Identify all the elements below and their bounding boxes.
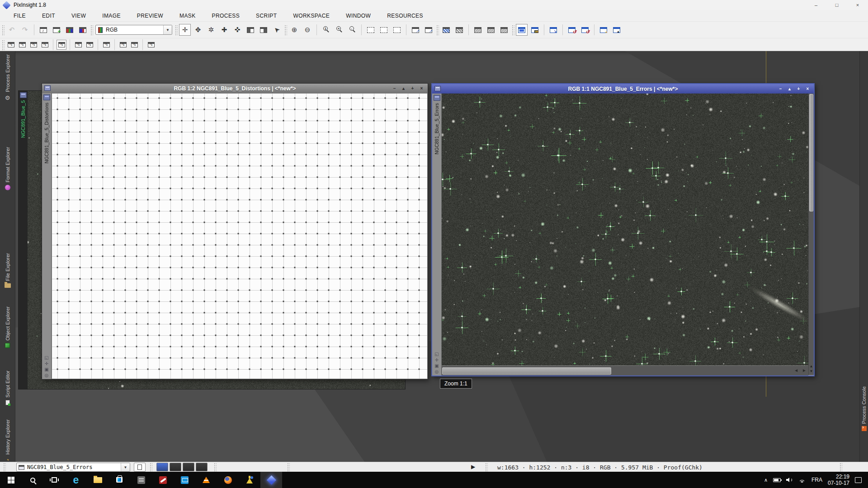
menu-item-workspace[interactable]: WORKSPACE xyxy=(285,13,338,19)
package-taskbar-button[interactable] xyxy=(130,472,152,488)
wipe-left-button[interactable] xyxy=(245,24,256,36)
new-image-button[interactable] xyxy=(51,24,62,36)
red-app-taskbar-button[interactable] xyxy=(152,472,174,488)
maximize-button[interactable]: + xyxy=(410,86,415,91)
window-tool-1[interactable] xyxy=(6,40,16,50)
menu-item-resources[interactable]: RESOURCES xyxy=(379,13,431,19)
lut-24bit-button[interactable] xyxy=(529,24,541,36)
show-mask-button[interactable] xyxy=(453,24,465,36)
play-icon[interactable]: ▶ xyxy=(471,464,475,470)
selection-icon[interactable]: ◱ xyxy=(44,355,48,360)
window-tool-8[interactable] xyxy=(101,40,111,50)
wipe-right-button[interactable] xyxy=(258,24,269,36)
pan-mode-button[interactable]: ✚ xyxy=(218,24,230,36)
undo-button[interactable]: ↶ xyxy=(6,24,18,36)
vertical-scrollbar-thumb[interactable] xyxy=(809,94,813,211)
fit-view-button[interactable]: - xyxy=(346,24,358,36)
scroll-up-icon[interactable]: ▲ xyxy=(810,364,813,369)
zoom-in-button[interactable]: ⊕ xyxy=(288,24,300,36)
window-tool-10[interactable] xyxy=(129,40,139,50)
channel-selector[interactable]: RGB▼ xyxy=(95,25,172,35)
menu-item-script[interactable]: SCRIPT xyxy=(248,13,285,19)
firefox-taskbar-button[interactable] xyxy=(217,472,239,488)
menu-item-image[interactable]: IMAGE xyxy=(94,13,129,19)
edit-stf-button[interactable] xyxy=(547,24,559,36)
sidebar-item-history-explorer[interactable]: History Explorer◔ xyxy=(0,419,15,463)
iconize-button[interactable]: – xyxy=(778,86,783,91)
image-window-side-tab[interactable]: NGC891_Blue_5_Distortions ◱✛▣◎ xyxy=(42,93,52,379)
select-mode-button[interactable]: ➤ xyxy=(269,22,285,38)
task-view-taskbar-button[interactable] xyxy=(43,472,65,488)
image-window-icon[interactable] xyxy=(434,95,440,101)
rgb-image-button[interactable] xyxy=(64,24,75,36)
store-taskbar-button[interactable] xyxy=(108,472,130,488)
reset-stf-button[interactable] xyxy=(566,24,578,36)
redo-button[interactable]: ↷ xyxy=(19,24,31,36)
image-window-errors[interactable]: RGB 1:1 NGC891_Blue_5_Errors | <*new*> –… xyxy=(431,83,815,376)
layout-icon[interactable]: ▣ xyxy=(434,363,439,368)
sidebar-item-process-explorer[interactable]: Process Explorer⚙ xyxy=(0,54,15,101)
dropdown-arrow-icon[interactable]: ▼ xyxy=(121,463,130,471)
volume-icon[interactable] xyxy=(786,477,793,483)
close-button[interactable]: × xyxy=(805,86,811,91)
clock[interactable]: 22:19 07-10-17 xyxy=(828,474,849,486)
horizontal-scrollbar[interactable]: ◄ ► xyxy=(442,366,808,375)
auto-stf-button[interactable] xyxy=(579,24,591,36)
horizontal-scrollbar-thumb[interactable] xyxy=(442,367,611,375)
readout-swatch[interactable] xyxy=(196,463,208,471)
sidebar-item-file-explorer[interactable]: File Explorer xyxy=(0,253,15,288)
scroll-down-icon[interactable]: ▼ xyxy=(810,369,813,374)
maximize-button[interactable]: □ xyxy=(826,0,847,10)
window-tool-2[interactable] xyxy=(17,40,27,50)
menu-item-file[interactable]: FILE xyxy=(5,13,34,19)
readout-mode-button[interactable]: ✛ xyxy=(179,24,191,36)
enable-mask-button[interactable] xyxy=(472,24,484,36)
pixinsight-taskbar-button[interactable] xyxy=(260,472,282,488)
enable-stf-button[interactable] xyxy=(516,24,528,36)
sidebar-item-process-console[interactable]: Process Console xyxy=(860,386,868,431)
window-tool-4[interactable] xyxy=(40,40,50,50)
edit-preview-button[interactable] xyxy=(378,24,390,36)
action-center-icon[interactable] xyxy=(855,477,862,483)
image-window-icon[interactable] xyxy=(43,94,50,100)
layout-icon[interactable]: ▣ xyxy=(44,367,48,372)
menu-item-process[interactable]: PROCESS xyxy=(204,13,248,19)
tray-chevron-icon[interactable]: ∧ xyxy=(764,477,768,483)
invert-mask-button[interactable] xyxy=(485,24,497,36)
window-titlebar[interactable]: RGB 1:1 NGC891_Blue_5_Errors | <*new*> –… xyxy=(432,84,814,94)
screen-renderer-button[interactable] xyxy=(598,24,609,36)
monitor-app-taskbar-button[interactable] xyxy=(174,472,195,488)
battery-icon[interactable] xyxy=(773,478,781,482)
search-taskbar-button[interactable] xyxy=(22,472,43,488)
reset-preview-button[interactable] xyxy=(423,24,434,36)
maximize-button[interactable]: + xyxy=(796,86,802,91)
vertical-scrollbar[interactable]: ▲ ▼ xyxy=(808,94,814,375)
edit-identifier-button[interactable] xyxy=(38,24,49,36)
delete-preview-button[interactable] xyxy=(391,24,403,36)
window-tool-9[interactable] xyxy=(118,40,128,50)
crosshair-icon[interactable]: ✛ xyxy=(45,361,48,366)
sidebar-item-format-explorer[interactable]: Format Explorer xyxy=(0,147,15,190)
view-selector[interactable]: NGC891_Blue_5_Errors ▼ xyxy=(16,463,130,472)
readout-swatch[interactable] xyxy=(183,463,194,471)
vlc-taskbar-button[interactable] xyxy=(195,472,217,488)
scroll-right-icon[interactable]: ► xyxy=(802,368,807,373)
window-tool-6[interactable] xyxy=(73,40,83,50)
readout-swatch-active[interactable] xyxy=(156,463,168,471)
crosshair-icon[interactable]: ✛ xyxy=(435,357,439,362)
image-window-distortions[interactable]: RGB 1:2 NGC891_Blue_5_Distortions | <*ne… xyxy=(42,83,428,380)
iconize-button[interactable]: – xyxy=(392,86,397,91)
wifi-icon[interactable] xyxy=(798,477,806,483)
sidebar-item-object-explorer[interactable]: Object Explorer xyxy=(0,306,15,348)
menu-item-mask[interactable]: MASK xyxy=(171,13,204,19)
dropdown-arrow-icon[interactable]: ▼ xyxy=(163,25,172,34)
modify-preview-button[interactable] xyxy=(410,24,421,36)
selection-icon[interactable]: ◱ xyxy=(434,352,439,357)
remove-mask-button[interactable] xyxy=(498,24,510,36)
zoom-to-fit-button[interactable]: + xyxy=(333,24,345,36)
minimize-button[interactable]: – xyxy=(806,0,826,10)
sidebar-item-script-editor[interactable]: Script Editor xyxy=(0,371,15,405)
window-tool-3[interactable] xyxy=(28,40,38,50)
menu-item-window[interactable]: WINDOW xyxy=(338,13,379,19)
shade-button[interactable]: ▴ xyxy=(401,86,406,91)
